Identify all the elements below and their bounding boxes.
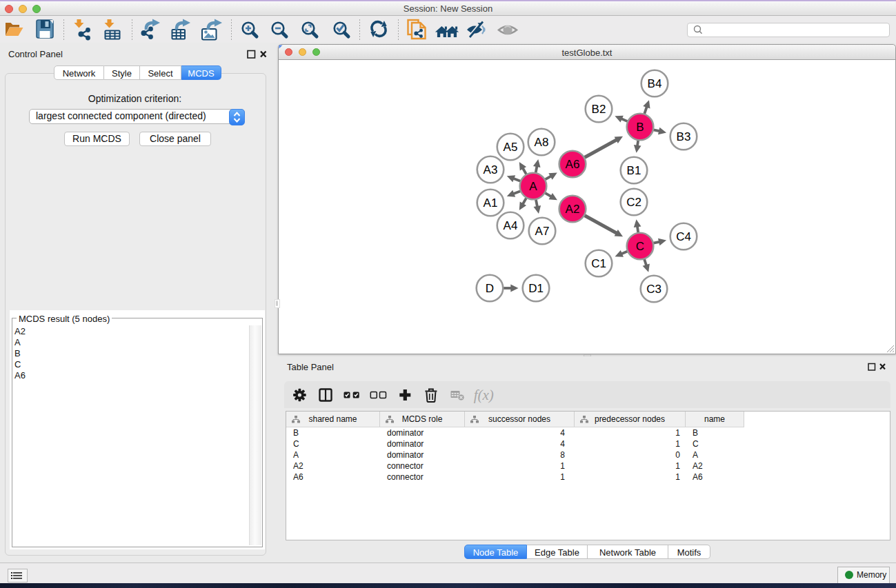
svg-text:A4: A4 xyxy=(504,219,518,232)
svg-text:A8: A8 xyxy=(535,136,549,149)
svg-text:D: D xyxy=(486,282,494,295)
svg-text:B2: B2 xyxy=(592,103,606,116)
svg-text:f(x): f(x) xyxy=(474,387,494,403)
svg-text:A2: A2 xyxy=(566,203,580,216)
svg-text:C3: C3 xyxy=(646,283,661,296)
svg-text:B3: B3 xyxy=(677,130,691,143)
svg-text:A5: A5 xyxy=(504,141,518,154)
svg-text:B1: B1 xyxy=(627,164,641,177)
svg-text:C4: C4 xyxy=(676,230,691,243)
svg-text:B: B xyxy=(636,121,644,134)
svg-text:A3: A3 xyxy=(484,163,498,176)
svg-text:D1: D1 xyxy=(528,282,544,295)
svg-text:A7: A7 xyxy=(535,225,550,238)
svg-text:B4: B4 xyxy=(648,77,662,90)
svg-text:C2: C2 xyxy=(626,196,641,209)
svg-text:A1: A1 xyxy=(484,196,498,210)
svg-text:C1: C1 xyxy=(591,257,606,270)
svg-text:C: C xyxy=(636,240,644,253)
svg-text:A: A xyxy=(529,180,537,193)
svg-text:A6: A6 xyxy=(566,158,580,171)
